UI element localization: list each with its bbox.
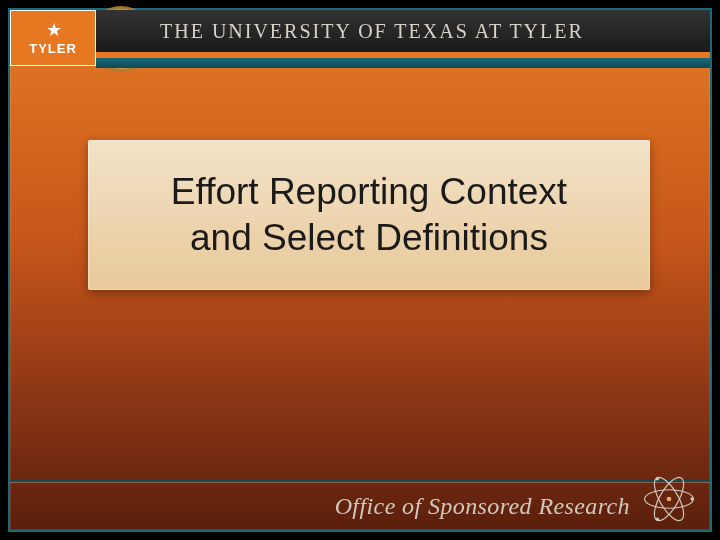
star-icon: ★ <box>46 21 60 39</box>
svg-point-3 <box>667 497 672 502</box>
slide-footer: Office of Sponsored Research <box>10 480 710 530</box>
atom-icon <box>640 470 698 528</box>
title-card: Effort Reporting Context and Select Defi… <box>88 140 650 290</box>
svg-point-4 <box>690 497 693 500</box>
header-title-band: THE UNIVERSITY OF TEXAS AT TYLER <box>96 10 710 52</box>
slide-title-line2: and Select Definitions <box>190 217 548 258</box>
slide-header: ★ TYLER THE UNIVERSITY OF TEXAS AT TYLER <box>10 10 710 68</box>
footer-divider-highlight <box>10 482 710 483</box>
logo-label: TYLER <box>29 41 77 56</box>
svg-point-6 <box>656 518 659 521</box>
office-label: Office of Sponsored Research <box>335 493 630 520</box>
slide: ★ TYLER THE UNIVERSITY OF TEXAS AT TYLER… <box>0 0 720 540</box>
slide-frame: ★ TYLER THE UNIVERSITY OF TEXAS AT TYLER… <box>8 8 712 532</box>
slide-title-line1: Effort Reporting Context <box>171 171 567 212</box>
svg-point-5 <box>656 477 659 480</box>
header-accent-teal <box>96 58 710 68</box>
slide-title: Effort Reporting Context and Select Defi… <box>171 169 567 262</box>
university-name: THE UNIVERSITY OF TEXAS AT TYLER <box>160 20 584 43</box>
university-logo: ★ TYLER <box>10 10 96 66</box>
